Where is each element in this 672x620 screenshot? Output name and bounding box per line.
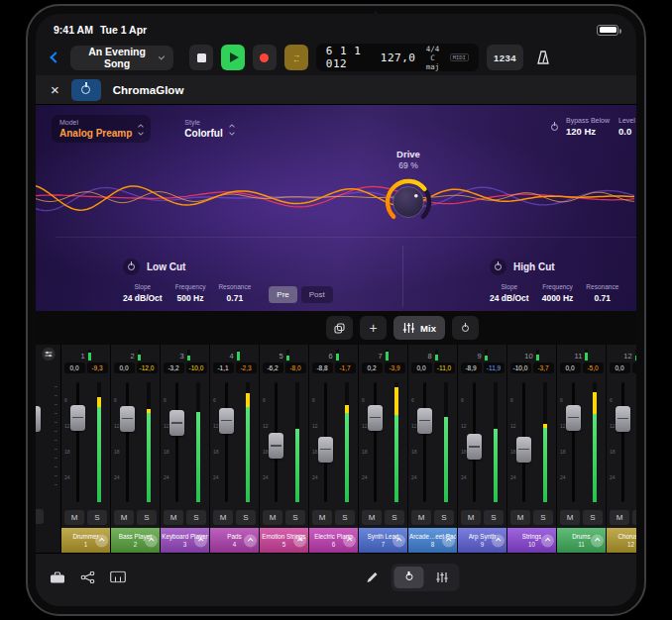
solo-button[interactable]: S	[583, 510, 603, 525]
mute-button[interactable]: M	[610, 510, 629, 525]
solo-button[interactable]: S	[632, 510, 636, 525]
fader-handle[interactable]	[566, 405, 581, 431]
low-cut-post-button[interactable]: Post	[301, 286, 333, 303]
cycle-button[interactable]: →←	[284, 45, 308, 70]
solo-button[interactable]: S	[335, 510, 355, 525]
mute-button[interactable]: M	[263, 510, 282, 525]
solo-button[interactable]: S	[385, 510, 404, 525]
close-icon[interactable]: ×	[51, 82, 59, 97]
volume-readout[interactable]: -8,8	[312, 362, 333, 373]
fader-handle[interactable]	[318, 437, 333, 463]
level-control[interactable]: Level 0.0	[618, 117, 635, 137]
track-name-label[interactable]: Drummer 1	[61, 528, 110, 553]
solo-button[interactable]: S	[87, 510, 107, 525]
low-cut-resonance[interactable]: Resonance 0.71	[218, 283, 251, 303]
plugin-power-toggle[interactable]	[71, 79, 101, 101]
high-cut-resonance[interactable]: Resonance 0.71	[586, 283, 618, 303]
fader-handle[interactable]	[169, 410, 184, 436]
song-title-button[interactable]: An Evening Song	[70, 46, 173, 70]
volume-readout[interactable]: -10,0	[510, 362, 531, 373]
metronome-button[interactable]	[531, 45, 555, 70]
fader-handle[interactable]	[516, 437, 531, 463]
volume-readout[interactable]: 0,0	[610, 362, 630, 373]
fader-handle[interactable]	[616, 406, 630, 432]
mute-button[interactable]: M	[164, 510, 183, 525]
expand-chevron-icon[interactable]	[343, 534, 356, 547]
mute-button[interactable]: M	[461, 510, 481, 525]
count-in-button[interactable]: 1234	[487, 45, 523, 70]
mute-button[interactable]: M	[64, 510, 84, 525]
mute-button[interactable]: M	[510, 510, 530, 525]
strip-settings-icon[interactable]	[41, 347, 56, 364]
record-button[interactable]	[253, 45, 277, 70]
mute-button[interactable]: M	[411, 510, 431, 525]
low-cut-slope[interactable]: Slope 24 dB/Oct	[123, 283, 163, 303]
back-button[interactable]	[48, 46, 62, 69]
mixer-view-button[interactable]	[427, 567, 457, 588]
expand-chevron-icon[interactable]	[293, 534, 306, 547]
high-cut-power-button[interactable]	[490, 258, 506, 275]
mute-button[interactable]: M	[560, 510, 580, 525]
low-cut-frequency[interactable]: Frequency 500 Hz	[175, 283, 206, 303]
expand-chevron-icon[interactable]	[442, 534, 455, 547]
track-name-label[interactable]: Arp Synth 9	[458, 528, 506, 553]
solo-button[interactable]: S	[236, 510, 256, 525]
drive-knob[interactable]	[380, 172, 437, 230]
toolbox-icon[interactable]	[50, 570, 65, 583]
expand-chevron-icon[interactable]	[244, 534, 257, 547]
mix-view-button[interactable]: Mix	[393, 316, 445, 340]
solo-button[interactable]: S	[484, 510, 504, 525]
edit-pencil-icon[interactable]	[366, 570, 380, 584]
mute-button[interactable]: M	[312, 510, 332, 525]
fader-handle[interactable]	[36, 406, 41, 432]
high-cut-frequency[interactable]: Frequency 4000 Hz	[542, 283, 574, 303]
track-name-label[interactable]: Strings 10	[507, 528, 556, 553]
mute-button[interactable]: M	[362, 510, 382, 525]
solo-button[interactable]: S	[285, 510, 305, 525]
volume-readout[interactable]: -3,2	[164, 362, 184, 373]
duplicate-button[interactable]	[326, 316, 353, 340]
plugin-power-view-button[interactable]	[394, 567, 424, 588]
track-name-label[interactable]: Synth Lead 7	[359, 528, 407, 553]
mixer-power-button[interactable]	[452, 316, 479, 340]
fader-handle[interactable]	[120, 406, 135, 432]
track-name-label[interactable]: Arcade…eet Pad 8	[408, 528, 457, 553]
low-cut-power-button[interactable]	[123, 258, 140, 275]
lcd-display[interactable]: 6 1 1 012 127,0 4/4 C maj MIDI	[316, 44, 479, 71]
mute-button[interactable]	[36, 509, 44, 524]
track-name-label[interactable]: Pads 4	[210, 528, 259, 553]
stop-button[interactable]	[189, 45, 213, 70]
fader-handle[interactable]	[368, 405, 383, 431]
solo-button[interactable]: S	[137, 510, 157, 525]
track-name-label[interactable]: Chorus V 12	[607, 528, 636, 553]
bypass-below-control[interactable]: Bypass Below 120 Hz	[551, 117, 610, 137]
add-track-button[interactable]: +	[360, 316, 387, 340]
play-button[interactable]	[221, 45, 245, 70]
model-selector[interactable]: Model Analog Preamp	[52, 115, 151, 143]
expand-chevron-icon[interactable]	[95, 534, 108, 547]
expand-chevron-icon[interactable]	[392, 534, 405, 547]
volume-readout[interactable]: 0,2	[362, 362, 383, 373]
fader-handle[interactable]	[269, 433, 283, 459]
fader-handle[interactable]	[70, 405, 85, 431]
track-name-label[interactable]: Drums 11	[557, 528, 606, 553]
solo-button[interactable]: S	[533, 510, 553, 525]
track-name-label[interactable]: Keyboard Player 3	[161, 528, 209, 553]
high-cut-slope[interactable]: Slope 24 dB/Oct	[490, 283, 529, 303]
expand-chevron-icon[interactable]	[541, 534, 554, 547]
fader-handle[interactable]	[417, 408, 432, 434]
fader-handle[interactable]	[219, 408, 234, 434]
volume-readout[interactable]: 0,0	[411, 362, 432, 373]
expand-chevron-icon[interactable]	[194, 534, 207, 547]
volume-readout[interactable]: 0,0	[560, 362, 581, 373]
routing-icon[interactable]	[80, 570, 95, 583]
track-name-label[interactable]: Emotion Strings 5	[260, 528, 308, 553]
expand-chevron-icon[interactable]	[591, 534, 604, 547]
volume-readout[interactable]: 0,0	[114, 362, 135, 373]
expand-chevron-icon[interactable]	[145, 534, 158, 547]
mute-button[interactable]: M	[114, 510, 134, 525]
expand-chevron-icon[interactable]	[492, 534, 504, 547]
mute-button[interactable]: M	[213, 510, 233, 525]
solo-button[interactable]: S	[434, 510, 454, 525]
keyboard-icon[interactable]	[110, 571, 126, 583]
